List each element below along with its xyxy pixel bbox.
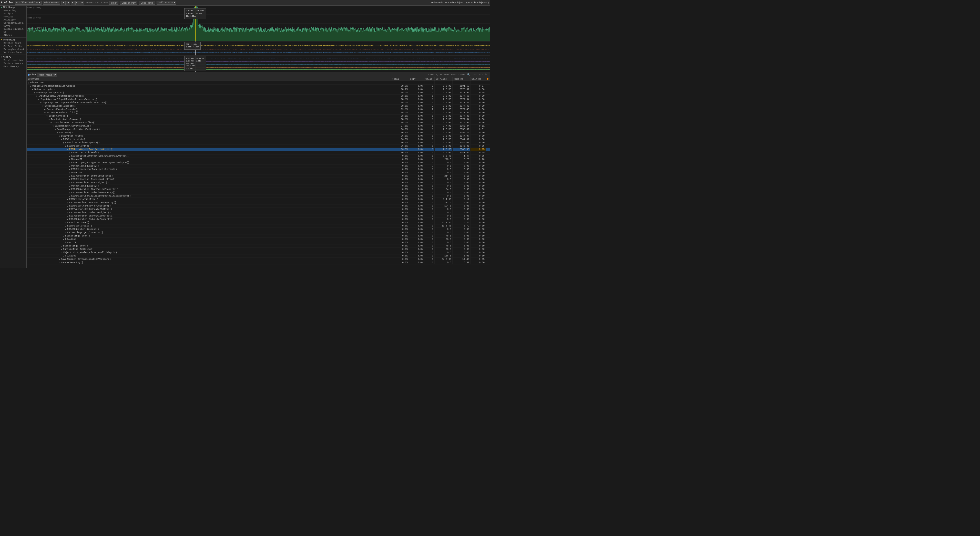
expand-icon[interactable]: ▼ xyxy=(34,92,36,94)
table-row[interactable]: ▶ RuntimeType.ToString() 0.0%0.0%160 B0.… xyxy=(27,248,490,251)
sidebar-item-gi[interactable]: Global Illumination xyxy=(0,28,26,31)
table-row[interactable]: ▶ ES3TypeMgr.GetOrCreateES3Type() 0.0%0.… xyxy=(27,208,490,211)
table-row[interactable]: ▶ ES3Settings.get_location() 0.0%0.0%10 … xyxy=(27,231,490,234)
table-row[interactable]: ▶ Mono.JIT 0.0%0.0%10 B0.000.00 xyxy=(27,171,490,175)
table-row[interactable]: ▼ InvokableCall.Invoke() 98.1%0.0%12.5 M… xyxy=(27,118,490,121)
prev-frame-btn[interactable]: ◀ xyxy=(66,1,70,5)
table-row[interactable]: ▶ ES3Settings.ctor() 0.0%0.0%148 B0.000.… xyxy=(27,245,490,248)
expand-icon[interactable]: ▶ xyxy=(59,262,61,264)
table-row[interactable]: ▶ Object.op_Equality() 0.0%0.0%70 B0.000… xyxy=(27,164,490,168)
expand-icon[interactable]: ▶ xyxy=(69,178,71,181)
expand-icon[interactable]: ▼ xyxy=(40,102,42,104)
table-row[interactable]: ▼ Update.ScriptRunBehaviourUpdate 99.3%0… xyxy=(27,84,490,88)
table-row[interactable]: ▶ ES3ScriptableObjectType.WriteUnityObje… xyxy=(27,154,490,158)
table-row[interactable]: ▶ Object.op_Equality() 0.0%0.0%10 B0.000… xyxy=(27,184,490,188)
expand-icon[interactable]: ▶ xyxy=(67,208,69,211)
expand-icon[interactable]: ▶ xyxy=(69,165,71,167)
sidebar-item-gc[interactable]: GarbageCollector xyxy=(0,22,26,25)
search-icon[interactable]: 🔍 xyxy=(467,73,470,76)
table-row[interactable]: ▶ GC.Alloc 0.0%0.0%196 B0.000.00 xyxy=(27,238,490,241)
table-row[interactable]: ▶ ES3Writer.Save() 0.0%0.0%333.1 KB5.260… xyxy=(27,221,490,224)
table-row[interactable]: ▶ ES3Writer.WriteType() 0.0%0.0%11.1 KB0… xyxy=(27,198,490,201)
sidebar-item-animation[interactable]: Animation xyxy=(0,18,26,22)
expand-icon[interactable]: ▶ xyxy=(67,218,69,221)
expand-icon[interactable]: ▶ xyxy=(61,248,63,251)
table-row[interactable]: ▼ ES3Writer.Write() 96.5%0.0%12.3 MB2044… xyxy=(27,135,490,138)
table-row[interactable]: ▶ ES3Settings.ctor() 0.0%0.0%148 B0.000.… xyxy=(27,234,490,238)
expand-icon[interactable]: ▶ xyxy=(67,148,69,151)
expand-icon[interactable]: ▶ xyxy=(63,255,65,257)
table-row[interactable]: Mono.JIT 0.0%0.0%10 B0.000.00 xyxy=(27,241,490,245)
expand-icon[interactable]: ▶ xyxy=(69,162,71,164)
call-stacks-dropdown[interactable]: Call Stacks ▾ xyxy=(157,1,176,5)
table-row[interactable]: ▶ ES3JSONWriter.EndWriteObject() 0.0%0.0… xyxy=(27,211,490,215)
expand-icon[interactable]: ▼ xyxy=(63,142,65,144)
sidebar-item-scripts[interactable]: Scripts xyxy=(0,12,26,15)
expand-icon[interactable]: ▶ xyxy=(45,108,46,111)
table-row[interactable]: ▼ BehaviourUpdate 98.2%0.0%12.5 MB2078.3… xyxy=(27,88,490,91)
table-row[interactable]: ▶ Mono.JIT 0.0%0.0%1270 B0.200.20 xyxy=(27,158,490,161)
sidebar-item-triangles[interactable]: Triangles Count xyxy=(0,48,26,51)
expand-icon[interactable]: ▶ xyxy=(69,169,71,171)
expand-icon[interactable]: ▶ xyxy=(65,228,67,231)
col-calls[interactable]: Calls xyxy=(425,77,434,81)
expand-icon[interactable]: ▼ xyxy=(54,128,57,130)
expand-icon[interactable]: ▼ xyxy=(59,135,61,137)
expand-icon[interactable]: ▶ xyxy=(67,202,69,204)
sidebar-item-total-memory[interactable]: Total Used Memory xyxy=(0,59,26,62)
table-row[interactable]: ▶ ES3JSONWriter.EndWriteProperty() 0.0%0… xyxy=(27,218,490,221)
sidebar-item-batches[interactable]: Batches Count xyxy=(0,42,26,45)
deep-profile-btn[interactable]: Deep Profile xyxy=(139,1,155,5)
sidebar-item-physics[interactable]: Physics xyxy=(0,15,26,18)
expand-icon[interactable]: ▼ xyxy=(51,122,52,124)
table-row[interactable]: ▼ SaveManager.SaveWorldSettings() 96.8%0… xyxy=(27,128,490,131)
expand-icon[interactable]: ▶ xyxy=(69,172,71,174)
table-row[interactable]: ▶ ES3JSONWriter.EndWriteObject() 0.0%0.0… xyxy=(27,175,490,178)
table-row[interactable]: ▶ ExecuteEvents.Execute() 99.1%0.0%22.5 … xyxy=(27,108,490,111)
table-row[interactable]: ▶ ES3JSONWriter.StartWriteProperty() 0.0… xyxy=(27,201,490,204)
sidebar-item-others[interactable]: Others xyxy=(0,34,26,37)
play-btn[interactable]: ▶ xyxy=(71,1,75,5)
table-row[interactable]: ▼ InputSystemUIInputModule.ProcessPointe… xyxy=(27,98,490,101)
table-row[interactable]: ▶ ES3JSONWriter.Dispose() 0.0%0.0%10 B0.… xyxy=(27,228,490,231)
col-gc[interactable]: GC Alloc xyxy=(434,77,453,81)
expand-icon[interactable]: ▼ xyxy=(36,95,38,97)
table-row[interactable]: ▶ ES3UnityObjectType.WriteUsingDerivedTy… xyxy=(27,161,490,164)
expand-icon[interactable]: ▼ xyxy=(61,138,63,141)
col-self[interactable]: Self xyxy=(409,77,425,81)
table-row[interactable]: ▶ Object.virt_stelem_class_small_idepth(… xyxy=(27,251,490,254)
table-row[interactable]: ▼ SaveManager.SaveNewWorld() 97.6%0.0%12… xyxy=(27,124,490,128)
table-row[interactable]: ▼ ES3.Save() 96.8%0.0%12.3 MB2050.150.00 xyxy=(27,131,490,135)
expand-icon[interactable]: ▶ xyxy=(67,198,69,200)
table-row[interactable]: ▼ ES3Writer.WriteProperty() 96.5%0.0%12.… xyxy=(27,141,490,145)
next-frame-btn[interactable]: ▶| xyxy=(75,1,80,5)
expand-icon[interactable]: ▶ xyxy=(69,185,71,187)
table-row[interactable]: ▶ PlayerLoop xyxy=(27,81,490,84)
table-row[interactable]: ▼ UIWorldCreation.ButtonConfirm() 98.1%0… xyxy=(27,121,490,124)
expand-icon[interactable]: ▶ xyxy=(69,192,71,194)
sidebar-item-rendering[interactable]: Rendering xyxy=(0,9,26,12)
table-row[interactable]: ▼ Button.Press() 98.1%0.0%12.5 MB2077.35… xyxy=(27,115,490,118)
expand-icon[interactable]: ▶ xyxy=(67,205,69,207)
table-row[interactable]: ▼ ES3Writer.Write() 96.5%0.0%12.3 MB2044… xyxy=(27,138,490,141)
expand-icon[interactable]: ▶ xyxy=(69,155,71,157)
table-row[interactable]: ▶ ES3Writer.MarkKeyForDeletion() 0.0%0.0… xyxy=(27,204,490,208)
table-row[interactable]: ▶ ES3UnityObjectType.WriteObject() 96.5%… xyxy=(27,148,490,151)
table-row[interactable]: ▶ ES3Writer.SerializationDepthLimitExcee… xyxy=(27,194,490,198)
expand-icon[interactable]: ▶ xyxy=(63,235,65,237)
last-frame-btn[interactable]: ▶▶ xyxy=(80,1,84,5)
expand-icon[interactable]: ▶ xyxy=(69,182,71,184)
table-row[interactable]: ▼ EventSystem.Update() 98.1%0.0%12.5 MB2… xyxy=(27,91,490,95)
expand-icon[interactable]: ▶ xyxy=(67,215,69,217)
col-total[interactable]: Total xyxy=(391,77,409,81)
sidebar-item-ui[interactable]: UI xyxy=(0,31,26,34)
table-area[interactable]: Overview Total Self Calls GC Alloc Time … xyxy=(27,77,490,268)
sidebar-item-vertices[interactable]: Vertices Count xyxy=(0,51,26,54)
expand-icon[interactable]: ▶ xyxy=(69,158,71,161)
expand-icon[interactable]: ▶ xyxy=(65,225,67,227)
sidebar-item-texture-memory[interactable]: Texture Memory xyxy=(0,62,26,65)
expand-icon[interactable]: ▶ xyxy=(69,175,71,177)
table-row[interactable]: ▶ SaveManager.SaveApplicationVersion() 0… xyxy=(27,258,490,261)
table-row[interactable]: ▶ ES3JSONWriter.StartWriteProperty() 0.0… xyxy=(27,188,490,191)
table-row[interactable]: ▼ InputSystemUIInputModule.ProcessPointe… xyxy=(27,101,490,105)
